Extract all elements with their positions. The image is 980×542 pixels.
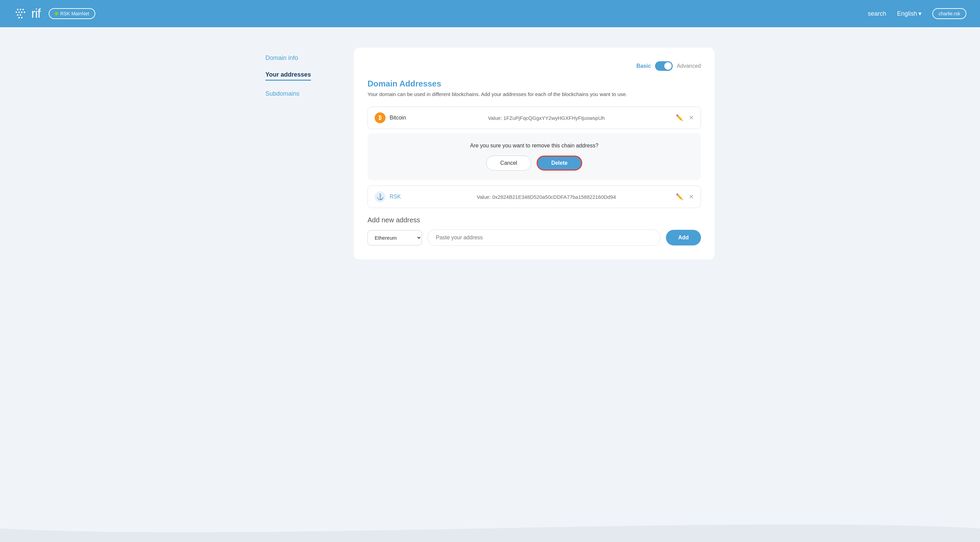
main-container: Domain info Your addresses Subdomains Ba… xyxy=(252,27,728,273)
network-label: RSK MainNet xyxy=(60,11,89,16)
rsk-icon: ⚓ xyxy=(375,191,385,202)
svg-rect-8 xyxy=(20,14,21,16)
content-area: Basic Advanced Domain Addresses Your dom… xyxy=(354,48,714,260)
add-button[interactable]: Add xyxy=(666,230,701,245)
sidebar-item-domain-info[interactable]: Domain info xyxy=(266,54,334,62)
sidebar: Domain info Your addresses Subdomains xyxy=(266,48,334,260)
btc-row-actions: ✏️ ✕ xyxy=(676,114,694,121)
confirm-text: Are you sure you want to remove this cha… xyxy=(470,143,598,149)
svg-rect-4 xyxy=(18,11,20,13)
toggle-basic-label: Basic xyxy=(636,63,651,69)
btc-delete-icon[interactable]: ✕ xyxy=(689,114,694,121)
footer-wave xyxy=(0,515,980,542)
section-title: Domain Addresses xyxy=(368,79,701,89)
rsk-edit-icon[interactable]: ✏️ xyxy=(676,193,683,201)
svg-rect-9 xyxy=(18,17,20,18)
svg-rect-6 xyxy=(24,11,25,13)
rsk-delete-icon[interactable]: ✕ xyxy=(689,193,694,201)
svg-rect-0 xyxy=(17,9,18,10)
chain-select[interactable]: Ethereum Bitcoin RSK xyxy=(368,230,422,245)
rsk-chain-name: RSK xyxy=(390,194,417,200)
btc-chain-name: Bitcoin xyxy=(390,115,417,121)
delete-button[interactable]: Delete xyxy=(537,156,582,171)
user-account[interactable]: charlie.rsk xyxy=(932,8,966,19)
toggle-knob xyxy=(664,62,672,70)
network-dot xyxy=(55,12,58,15)
btc-address-value: Value: 1FZuPjFqcQGgxYY2wyHGXFHyFtjuswspU… xyxy=(417,115,676,121)
add-section-title: Add new address xyxy=(368,216,701,224)
confirm-buttons: Cancel Delete xyxy=(486,156,582,171)
chevron-down-icon: ▾ xyxy=(918,10,921,18)
toggle-advanced-label: Advanced xyxy=(677,63,701,69)
svg-rect-1 xyxy=(20,9,21,10)
add-address-row: Ethereum Bitcoin RSK Add xyxy=(368,230,701,246)
toggle-row: Basic Advanced xyxy=(368,61,701,71)
rsk-address-row: ⚓ RSK Value: 0x2824B21E348D520a50cDDFA77… xyxy=(368,185,701,208)
section-description: Your domain can be used in different blo… xyxy=(368,91,701,97)
header-right: search English ▾ charlie.rsk xyxy=(868,8,966,19)
bitcoin-address-row: ₿ Bitcoin Value: 1FZuPjFqcQGgxYY2wyHGXFH… xyxy=(368,107,701,129)
btc-icon: ₿ xyxy=(375,112,385,123)
svg-rect-10 xyxy=(21,17,22,18)
logo: rif xyxy=(14,6,40,21)
app-header: rif RSK MainNet search English ▾ charlie… xyxy=(0,0,980,27)
cancel-button[interactable]: Cancel xyxy=(486,156,531,171)
svg-rect-5 xyxy=(21,11,22,13)
btc-edit-icon[interactable]: ✏️ xyxy=(676,114,683,121)
rsk-address-value: Value: 0x2824B21E348D520a50cDDFA77ba1588… xyxy=(417,194,676,200)
network-badge[interactable]: RSK MainNet xyxy=(49,8,95,19)
address-input[interactable] xyxy=(427,230,660,246)
svg-rect-7 xyxy=(17,14,18,16)
rsk-row-actions: ✏️ ✕ xyxy=(676,193,694,201)
logo-icon xyxy=(14,6,29,21)
logo-text: rif xyxy=(31,6,40,21)
language-selector[interactable]: English ▾ xyxy=(897,10,921,18)
search-button[interactable]: search xyxy=(868,10,886,18)
svg-rect-3 xyxy=(16,11,17,13)
svg-rect-2 xyxy=(22,9,24,10)
sidebar-item-your-addresses[interactable]: Your addresses xyxy=(266,71,311,81)
toggle-switch[interactable] xyxy=(655,61,673,71)
sidebar-item-subdomains[interactable]: Subdomains xyxy=(266,90,334,97)
confirm-popup: Are you sure you want to remove this cha… xyxy=(368,133,701,180)
